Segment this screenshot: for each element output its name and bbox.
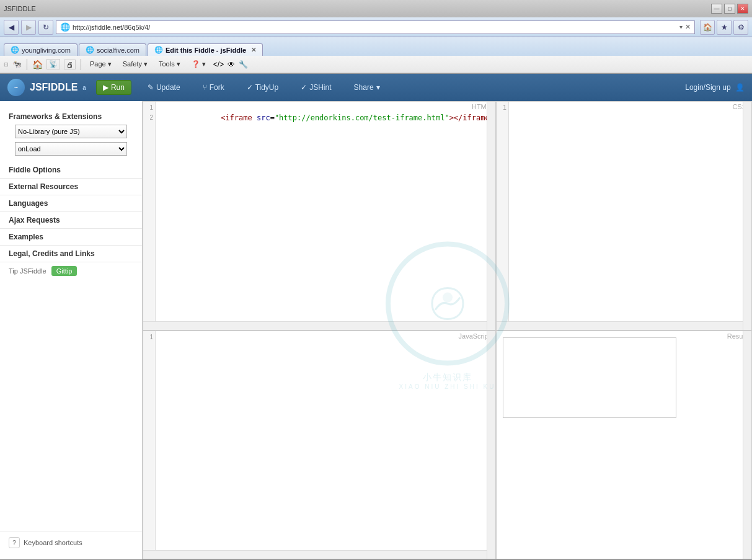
css-scrollbar-h[interactable] (497, 321, 743, 330)
fork-icon: ⑂ (203, 83, 207, 92)
tab-close-icon[interactable]: ✕ (251, 47, 256, 53)
window-title: JSFIDDLE (4, 5, 36, 12)
html-scrollbar-v[interactable] (487, 102, 495, 330)
tab-favicon: 🌐 (11, 46, 19, 54)
external-resources-section[interactable]: External Resources (0, 179, 142, 195)
load-type-select[interactable]: onLoad (15, 142, 127, 156)
tab-label: youngliving.com (22, 47, 71, 54)
update-label: Update (156, 83, 180, 92)
update-icon: ✎ (148, 83, 154, 92)
update-button[interactable]: ✎ Update (141, 81, 187, 94)
tab-socialfive[interactable]: 🌐 socialfive.com (79, 43, 146, 56)
tools-icon2[interactable]: 🔧 (239, 60, 248, 69)
share-arrow-icon: ▾ (376, 83, 380, 92)
result-pane: Result (496, 331, 752, 560)
languages-section[interactable]: Languages (0, 195, 142, 212)
address-bar[interactable]: 🌐 http://jsfiddle.net/86q5k/4/ ▾ ✕ (56, 20, 695, 34)
share-button[interactable]: Share ▾ (348, 81, 386, 94)
toolbar-separator (81, 59, 81, 70)
login-label: Login/Sign up (685, 83, 730, 92)
fork-button[interactable]: ⑂ Fork (197, 81, 231, 94)
jsfiddle-app: ~ JSFIDDLE a ▶ Run ✎ Update ⑂ Fork ✓ Tid… (0, 74, 752, 559)
ajax-requests-section[interactable]: Ajax Requests (0, 212, 142, 229)
keyboard-shortcuts-section[interactable]: ? Keyboard shortcuts (0, 531, 142, 553)
address-text: http://jsfiddle.net/86q5k/4/ (73, 24, 677, 31)
rss-icon[interactable]: 📡 (46, 59, 60, 69)
page-menu[interactable]: Page ▾ (86, 59, 115, 69)
nav-bar: ◀ ▶ ↻ 🌐 http://jsfiddle.net/86q5k/4/ ▾ ✕… (0, 17, 752, 37)
js-editor: JavaScript 1 (143, 331, 496, 560)
logo-suffix: a (82, 84, 86, 91)
refresh-button[interactable]: ↻ (38, 20, 53, 35)
tab-favicon: 🌐 (86, 46, 94, 54)
jshint-button[interactable]: ✓ JSHint (294, 81, 337, 94)
result-content (497, 331, 751, 559)
code-attr: src (257, 113, 270, 122)
ie-logo-icon: 🐄 (12, 60, 22, 69)
code-val: "http://endorkins.com/test-iframe.html" (275, 113, 449, 122)
tabs-bar: 🌐 youngliving.com 🌐 socialfive.com 🌐 Edi… (0, 37, 752, 56)
source-icon[interactable]: </> (213, 60, 224, 69)
fiddle-options-section[interactable]: Fiddle Options (0, 162, 142, 179)
tools-menu[interactable]: Tools ▾ (155, 59, 184, 69)
logo-text: JSFIDDLE (30, 82, 77, 93)
print-icon[interactable]: 🖨 (64, 60, 76, 69)
login-button[interactable]: Login/Sign up 👤 (685, 83, 745, 92)
fork-label: Fork (210, 83, 224, 92)
tab-jsfiddle[interactable]: 🌐 Edit this Fiddle - jsFiddle ✕ (148, 43, 263, 56)
frameworks-section: Frameworks & Extensions No-Library (pure… (0, 107, 142, 162)
tip-section: Tip JSFiddle Gittip (0, 262, 142, 280)
toolbar-separator (27, 59, 27, 70)
run-icon: ▶ (103, 83, 108, 92)
tab-youngliving[interactable]: 🌐 youngliving.com (4, 43, 77, 56)
help-menu[interactable]: ❓ ▾ (188, 59, 210, 69)
home-button[interactable]: 🏠 (700, 20, 715, 35)
tidyup-icon: ✓ (247, 83, 253, 92)
editor-area: 小牛知识库 XIAO NIU ZHI SHI KU HTML 1 2 <ifra… (143, 101, 752, 559)
keyboard-shortcuts-label: Keyboard shortcuts (24, 539, 82, 546)
line-number: 1 (143, 103, 155, 113)
html-scrollbar-h[interactable] (143, 321, 487, 330)
run-button[interactable]: ▶ Run (96, 80, 131, 95)
minimize-button[interactable]: — (711, 4, 722, 14)
js-editor-content[interactable] (143, 331, 495, 559)
js-scrollbar-h[interactable] (143, 550, 487, 559)
examples-section[interactable]: Examples (0, 229, 142, 246)
star-button[interactable]: ★ (717, 20, 732, 35)
safety-menu[interactable]: Safety ▾ (119, 59, 151, 69)
code-tag: <iframe (221, 113, 257, 122)
css-editor-content[interactable] (497, 102, 751, 330)
tidyup-button[interactable]: ✓ TidyUp (241, 81, 285, 94)
library-select[interactable]: No-Library (pure JS) (15, 125, 127, 138)
frameworks-label: Frameworks & Extensions (9, 112, 133, 121)
jsfiddle-header: ~ JSFIDDLE a ▶ Run ✎ Update ⑂ Fork ✓ Tid… (0, 74, 752, 101)
run-label: Run (111, 83, 125, 92)
login-icon: 👤 (735, 83, 745, 92)
load-type-select-container: onLoad (15, 142, 127, 156)
result-scrollbar-v[interactable] (743, 331, 751, 559)
eye-icon[interactable]: 👁 (228, 60, 235, 69)
html-editor-content[interactable]: <iframe src="http://endorkins.com/test-i… (143, 102, 495, 330)
code-equals: = (270, 113, 275, 122)
ie-toolbar: ⊡ 🐄 🏠 📡 🖨 Page ▾ Safety ▾ Tools ▾ ❓ ▾ </… (0, 56, 752, 73)
maximize-button[interactable]: □ (724, 4, 735, 14)
result-box (503, 337, 676, 418)
back-button[interactable]: ◀ (4, 20, 19, 35)
line-number: 1 (497, 103, 508, 113)
html-line-numbers: 1 2 (143, 102, 156, 330)
ie-back-icon: ⊡ (4, 61, 9, 68)
legal-section[interactable]: Legal, Credits and Links (0, 246, 142, 262)
forward-button[interactable]: ▶ (21, 20, 36, 35)
tab-favicon: 🌐 (154, 46, 163, 54)
share-label: Share (354, 83, 374, 92)
settings-button[interactable]: ⚙ (733, 20, 748, 35)
css-scrollbar-v[interactable] (743, 102, 751, 330)
line-number: 1 (143, 332, 155, 342)
sidebar: Frameworks & Extensions No-Library (pure… (0, 101, 143, 559)
gittip-button[interactable]: Gittip (51, 266, 77, 276)
home-toolbar-icon[interactable]: 🏠 (32, 60, 43, 69)
close-button[interactable]: ✕ (737, 4, 748, 14)
keyboard-icon: ? (9, 537, 20, 548)
js-scrollbar-v[interactable] (487, 331, 495, 559)
jshint-icon: ✓ (301, 83, 307, 92)
